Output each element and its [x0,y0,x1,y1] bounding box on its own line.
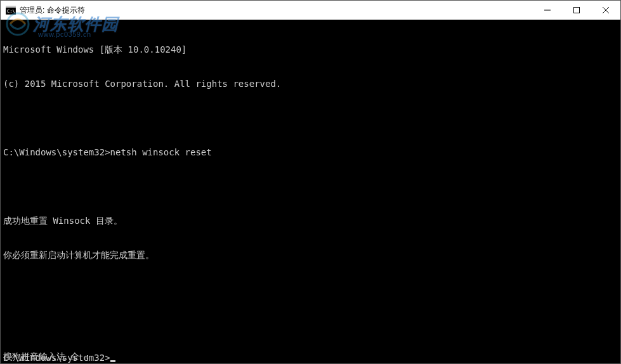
terminal-area[interactable]: Microsoft Windows [版本 10.0.10240] (c) 20… [1,20,620,363]
minimize-button[interactable] [533,1,562,20]
cmd-icon: C:\ [6,6,16,15]
terminal-line: C:\Windows\system32>netsh winsock reset [3,146,618,158]
window-controls [533,1,620,20]
terminal-line: 你必须重新启动计算机才能完成重置。 [3,249,618,261]
svg-rect-4 [574,8,580,13]
maximize-button[interactable] [562,1,591,20]
terminal-line [3,318,618,329]
terminal-line [3,112,618,124]
close-button[interactable] [591,1,620,20]
terminal-line: Microsoft Windows [版本 10.0.10240] [3,44,618,55]
ime-status: 搜狗拼音输入法 全 : [3,351,90,362]
svg-text:C:\: C:\ [7,9,15,14]
window-title: 管理员: 命令提示符 [20,5,85,16]
terminal-cursor [110,360,115,362]
terminal-prompt-line: C:\Windows\system32> [3,352,618,363]
terminal-line [3,283,618,295]
titlebar-left: C:\ 管理员: 命令提示符 [1,5,85,16]
terminal-line [3,181,618,192]
window-titlebar[interactable]: C:\ 管理员: 命令提示符 [1,1,620,20]
terminal-line: (c) 2015 Microsoft Corporation. All righ… [3,78,618,89]
terminal-line: 成功地重置 Winsock 目录。 [3,215,618,226]
svg-rect-1 [6,6,16,8]
command-prompt-window: C:\ 管理员: 命令提示符 Microsoft Windows [版本 10.… [0,0,621,364]
